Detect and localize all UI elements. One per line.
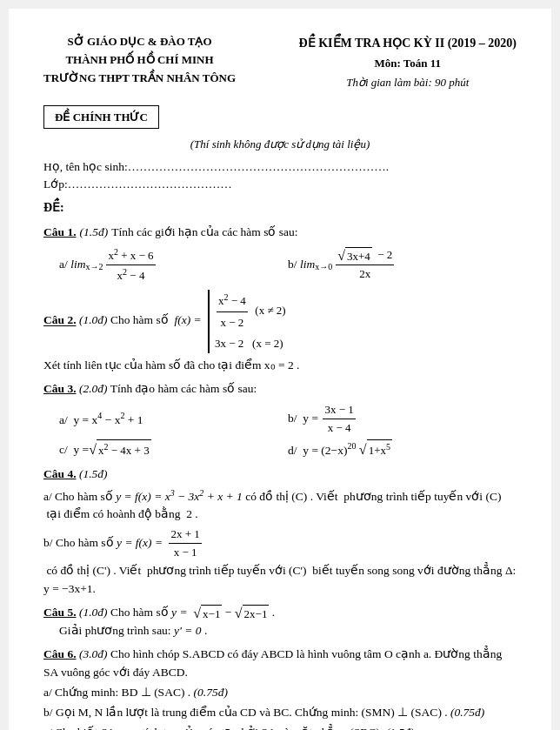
q4b: b/ Cho hàm số y = f(x) = 2x + 1 x − 1 có…: [43, 526, 517, 598]
q1a-label: a/: [59, 256, 70, 273]
q1-formulas: a/ lim x→2 x2 + x − 6 x2 − 4 b/ lim x→0: [43, 245, 517, 285]
q6-points: (3.0đ): [79, 647, 108, 660]
q6a-points: (0.75đ): [194, 686, 228, 699]
q6b: b/ Gọi M, N lần lượt là trung điểm của C…: [43, 704, 517, 721]
q3-title: Câu 3.: [43, 382, 77, 395]
q2-frac1-num: x2 − 4: [217, 290, 248, 312]
q3b-fraction: 3x − 1 x − 4: [323, 401, 355, 436]
q1b: b/ lim x→0 √3x+4 − 2 2x: [288, 246, 517, 283]
q3d: d/ y = (2−x)20 √ 1+x5: [288, 439, 517, 459]
q3b-text: b/ y =: [288, 410, 321, 427]
q6b-points: (0.75đ): [450, 706, 484, 719]
q3d-text: d/ y = (2−x)20: [288, 439, 359, 459]
q1b-den: 2x: [357, 265, 372, 283]
q3a-text: a/ y = x4 − x2 + 1: [59, 409, 143, 429]
q5-sqrt1-content: x−1: [201, 605, 222, 623]
q3d-sqrt-content: 1+x5: [367, 439, 392, 459]
q1a: a/ lim x→2 x2 + x − 6 x2 − 4: [43, 245, 288, 285]
q4b-fraction: 2x + 1 x − 1: [169, 526, 201, 560]
q2-points: (1.0đ): [79, 314, 108, 327]
q4b-prefix: b/ Cho hàm số y = f(x) =: [43, 534, 165, 552]
q4-points: (1.5đ): [79, 467, 108, 480]
question-6: Câu 6. (3.0đ) Cho hình chóp S.ABCD có đá…: [43, 646, 517, 730]
student-info-line: Họ, tên học sinh:………………………………………………………….…: [43, 158, 517, 194]
q3b-den: x − 4: [326, 419, 353, 437]
question-1: Câu 1. (1.5đ) Tính các giới hạn của các …: [43, 224, 517, 284]
q2-frac1: x2 − 4 x − 2: [217, 290, 248, 332]
q2-fx: f(x) =: [171, 314, 202, 327]
q1a-num: x2 + x − 6: [106, 245, 155, 265]
q2-desc: Cho hàm số: [110, 314, 169, 327]
q2-header: Câu 2. (1.0đ) Cho hàm số f(x) = x2 − 4 x…: [43, 290, 517, 353]
q2-title: Câu 2.: [43, 314, 77, 327]
q5-title: Câu 5.: [43, 606, 77, 619]
q1a-fraction: x2 + x − 6 x2 − 4: [106, 245, 155, 285]
q6-desc: Cho hình chóp S.ABCD có đáy ABCD là hình…: [43, 647, 502, 678]
q3-row1: a/ y = x4 − x2 + 1 b/ y = 3x − 1 x − 4: [43, 401, 517, 436]
question-4: Câu 4. (1.5đ) a/ Cho hàm số y = f(x) = x…: [43, 465, 517, 598]
q4-header: Câu 4. (1.5đ): [43, 465, 517, 483]
exam-time: Thời gian làm bài: 90 phút: [299, 73, 517, 92]
school-name: TRƯỜNG THPT TRẦN NHÂN TÔNG: [43, 70, 236, 88]
q3a: a/ y = x4 − x2 + 1: [43, 409, 288, 429]
exam-title: ĐỀ KIỂM TRA HỌC KỲ II (2019 – 2020): [299, 33, 517, 54]
q1b-sub: x→0: [315, 260, 332, 273]
q1b-num: √3x+4 − 2: [336, 246, 394, 265]
q1b-sqrt: √3x+4: [337, 247, 372, 265]
q3b-num: 3x − 1: [323, 401, 355, 419]
school-dept: SỞ GIÁO DỤC & ĐÀO TẠO: [43, 33, 236, 51]
q5-sqrt1: √ x−1: [193, 605, 222, 623]
q2-piecewise: x2 − 4 x − 2 (x ≠ 2) 3x − 2 (x = 2): [208, 290, 286, 353]
q3c-text: c/ y =: [59, 441, 89, 459]
q1b-fraction: √3x+4 − 2 2x: [336, 246, 394, 283]
q2-piece1: x2 − 4 x − 2 (x ≠ 2): [215, 290, 286, 332]
q3-row2: c/ y = √ x2 − 4x + 3 d/ y = (2−x)20 √ 1+…: [43, 439, 517, 459]
q6-title: Câu 6.: [43, 647, 77, 660]
question-5: Câu 5. (1.0đ) Cho hàm số y = √ x−1 − √ 2…: [43, 604, 517, 640]
q1-desc: Tính các giới hạn của các hàm số sau:: [111, 224, 297, 241]
q2-continuous: Xét tính liên tục của hàm số đã cho tại …: [43, 357, 517, 374]
q1-title: Câu 1.: [43, 224, 77, 241]
q1b-lim: lim x→0: [300, 256, 332, 273]
q3c-sqrt-content: x2 − 4x + 3: [97, 439, 151, 459]
q2-piece2: 3x − 2 (x = 2): [215, 333, 286, 353]
q5-sqrt2-content: 2x−1: [243, 605, 270, 623]
header: SỞ GIÁO DỤC & ĐÀO TẠO THÀNH PHỐ HỒ CHÍ M…: [43, 33, 517, 92]
q6c: c/ Cho biết SA = a , tính tan của góc tạ…: [43, 724, 517, 730]
de-label: ĐỀ:: [43, 198, 517, 217]
q4b-num: 2x + 1: [169, 526, 201, 544]
q3c-sqrt: √ x2 − 4x + 3: [89, 439, 150, 459]
q1b-sqrt-content: 3x+4: [345, 247, 372, 265]
q4a: a/ Cho hàm số y = f(x) = x3 − 3x2 + x + …: [43, 486, 517, 523]
q6-header: Câu 6. (3.0đ) Cho hình chóp S.ABCD có đá…: [43, 646, 517, 681]
header-left: SỞ GIÁO DỤC & ĐÀO TẠO THÀNH PHỐ HỒ CHÍ M…: [43, 33, 236, 87]
official-label: ĐỀ CHÍNH THỨC: [43, 101, 517, 137]
q3c: c/ y = √ x2 − 4x + 3: [43, 439, 288, 459]
q4-title: Câu 4.: [43, 467, 77, 480]
q1b-label: b/: [288, 256, 300, 273]
q3d-sqrt: √ 1+x5: [359, 439, 392, 459]
q5-solve: Giải phương trình sau: y' = 0 .: [59, 622, 517, 640]
instruction: (Thí sinh không được sử dụng tài liệu): [43, 136, 517, 153]
q3-desc: Tính đạo hàm các hàm số sau:: [110, 382, 257, 395]
header-right: ĐỀ KIỂM TRA HỌC KỲ II (2019 – 2020) Môn:…: [299, 33, 517, 92]
exam-page: SỞ GIÁO DỤC & ĐÀO TẠO THÀNH PHỐ HỒ CHÍ M…: [9, 9, 551, 730]
q5-sqrt2: √ 2x−1: [235, 605, 270, 623]
q5-header: Câu 5. (1.0đ) Cho hàm số y = √ x−1 − √ 2…: [43, 604, 517, 622]
q6c-points: (1.5đ): [386, 726, 415, 730]
q5-minus: −: [225, 606, 235, 619]
q1-points: (1.5đ): [80, 224, 109, 241]
q4b-den: x − 1: [172, 544, 199, 561]
school-city: THÀNH PHỐ HỒ CHÍ MINH: [43, 51, 236, 70]
q2-frac1-den: x − 2: [219, 312, 246, 332]
q1a-lim: lim x→2: [70, 256, 103, 273]
q5-desc-prefix: Cho hàm số y =: [110, 606, 190, 619]
q1a-sub: x→2: [85, 260, 103, 273]
q6a: a/ Chứng minh: BD ⊥ (SAC) . (0.75đ): [43, 684, 517, 701]
subject: Môn: Toán 11: [299, 54, 517, 73]
q3b: b/ y = 3x − 1 x − 4: [288, 401, 517, 436]
q1a-den: x2 − 4: [116, 265, 147, 285]
student-info-text: Họ, tên học sinh:………………………………………………………….…: [43, 158, 517, 194]
q3-header: Câu 3. (2.0đ) Tính đạo hàm các hàm số sa…: [43, 380, 517, 398]
q5-points: (1.0đ): [79, 606, 108, 619]
